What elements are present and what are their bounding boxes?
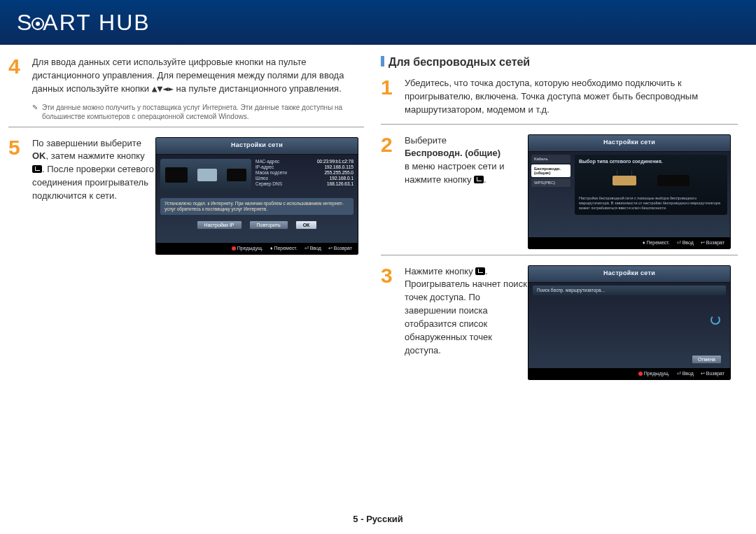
- tv1-status-message: Установлено подкл. к Интернету. При нали…: [160, 198, 354, 216]
- device-globe-icon: [227, 169, 246, 181]
- step-4-text: Для ввода данных сети используйте цифров…: [32, 56, 364, 96]
- left-column: 4 Для ввода данных сети используйте цифр…: [8, 56, 364, 380]
- tv-screenshot-network-status: Настройки сети МАС-адрес00:23:99:b1:c2:7…: [155, 137, 358, 255]
- note-icon: ✎: [32, 103, 38, 121]
- nav-return: Возврат: [706, 240, 724, 245]
- kv-key: IP-адрес: [255, 164, 274, 169]
- kv-val: 192.168.0.115: [324, 164, 354, 169]
- nav-enter: Ввод: [682, 240, 694, 245]
- enter-button-icon: [32, 165, 42, 173]
- tv1-nav-bar: Предыдущ. ♦ Перемест. ⏎ Ввод ↩ Возврат: [156, 243, 358, 254]
- tv1-button-row: Настройки IP Повторить ОК: [156, 220, 358, 230]
- step-5-text-c: . После проверки сетевого соединения про…: [32, 164, 154, 201]
- kv-key: Маска подсети: [255, 170, 287, 175]
- tv2-diagram: [579, 168, 723, 193]
- red-dot-icon: [638, 372, 643, 376]
- nav-return: Возврат: [706, 371, 724, 376]
- brand-header: SART HUB: [0, 0, 756, 45]
- step-5-text: По завершении выберите OK, затем нажмите…: [32, 137, 155, 248]
- step-5-text-b: , затем нажмите кнопку: [46, 150, 145, 161]
- note-row: ✎ Эти данные можно получить у поставщика…: [32, 103, 364, 121]
- divider: [381, 124, 738, 125]
- tv2-side-wps[interactable]: WPS(PBC): [531, 178, 570, 187]
- tv2-title: Настройки сети: [528, 135, 730, 148]
- tv3-search-label: Поиск беспр. маршрутизатора…: [533, 286, 726, 295]
- tv2-side-cable[interactable]: Кабель: [531, 155, 570, 163]
- tv1-network-values: МАС-адрес00:23:99:b1:c2:78 IP-адрес192.1…: [255, 159, 354, 191]
- device-player-icon: [165, 167, 188, 183]
- router-icon: [612, 176, 636, 185]
- kv-key: Сервер DNS: [255, 181, 282, 186]
- tv-btn-ok[interactable]: ОК: [295, 220, 318, 230]
- tv2-main-heading: Выбор типа сетевого соединения.: [579, 159, 723, 164]
- step-1-number: 1: [381, 77, 405, 117]
- nav-prev: Предыдущ.: [644, 371, 670, 376]
- tv2-nav-bar: ♦ Перемест. ⏎ Ввод ↩ Возврат: [528, 237, 730, 248]
- step-5-text-a: По завершении выберите: [32, 138, 141, 148]
- nav-move: Перемест.: [646, 240, 669, 245]
- step-4: 4 Для ввода данных сети используйте цифр…: [8, 56, 364, 96]
- tv-btn-ip-settings[interactable]: Настройки IP: [197, 220, 242, 230]
- step-2-text-a: Выберите: [405, 135, 447, 146]
- step-3-text: Нажмите кнопку . Проигрыватель начнет по…: [405, 265, 528, 373]
- heading-text: Для беспроводных сетей: [388, 56, 530, 68]
- tv2-side-wireless[interactable]: Беспроводн.(общие): [531, 164, 570, 177]
- tv3-title: Настройки сети: [528, 266, 730, 279]
- step-2: 2 Выберите Беспроводн. (общие) в меню на…: [381, 134, 528, 242]
- step-2-text-c: .: [484, 174, 486, 185]
- step-2-number: 2: [381, 134, 405, 242]
- step-5: 5 По завершении выберите OK, затем нажми…: [8, 137, 155, 248]
- tv2-sidebar: Кабель Беспроводн.(общие) WPS(PBC): [531, 155, 570, 215]
- tv1-title: Настройки сети: [156, 138, 358, 151]
- tv1-device-diagram: [160, 159, 251, 191]
- step-1: 1 Убедитесь, что точка доступа, которую …: [381, 77, 738, 117]
- arrow-icons: ▲▼◄►: [152, 83, 174, 94]
- tv3-cancel-button[interactable]: Отмена: [692, 355, 722, 364]
- page-footer: 5 - Русский: [0, 514, 756, 524]
- divider: [8, 127, 364, 127]
- tv-screenshot-connection-type: Настройки сети Кабель Беспроводн.(общие)…: [528, 134, 731, 249]
- kv-key: МАС-адрес: [255, 159, 279, 164]
- kv-val: 00:23:99:b1:c2:78: [317, 159, 354, 164]
- nav-enter: Ввод: [682, 371, 694, 376]
- wireless-section-heading: Для беспроводных сетей: [381, 56, 738, 69]
- step-3: 3 Нажмите кнопку . Проигрыватель начнет …: [381, 265, 528, 373]
- device-router-icon: [197, 169, 217, 181]
- kv-val: 255.255.255.0: [324, 170, 354, 175]
- step-4-number: 4: [8, 56, 32, 96]
- divider: [381, 255, 738, 255]
- step-5-number: 5: [8, 137, 32, 248]
- enter-button-icon: [475, 267, 485, 275]
- tv2-description: Настройка беспроводной сети с помощью вы…: [579, 196, 723, 211]
- step-2-text: Выберите Беспроводн. (общие) в меню наст…: [405, 134, 528, 242]
- note-text: Эти данные можно получить у поставщика у…: [42, 103, 364, 121]
- enter-button-icon: [474, 176, 484, 183]
- step-3-text-a: Нажмите кнопку: [405, 266, 475, 276]
- tv-screenshot-searching: Настройки сети Поиск беспр. маршрутизато…: [528, 265, 731, 380]
- nav-enter: Ввод: [310, 246, 321, 251]
- tv-btn-retry[interactable]: Повторить: [249, 220, 288, 230]
- nav-return: Возврат: [334, 246, 352, 251]
- red-dot-icon: [232, 246, 236, 251]
- kv-val: 192.168.0.1: [330, 176, 354, 181]
- step-3-text-b: . Проигрыватель начнет поиск точек досту…: [405, 266, 527, 356]
- step-4-text-b: на пульте дистанционного управления.: [174, 83, 342, 94]
- tv3-nav-bar: Предыдущ. ⏎ Ввод ↩ Возврат: [528, 368, 730, 379]
- heading-bar-icon: [381, 56, 384, 66]
- step-2-bold: Беспроводн. (общие): [405, 148, 500, 158]
- step-1-text: Убедитесь, что точка доступа, которую не…: [405, 77, 738, 117]
- kv-key: Шлюз: [255, 176, 268, 181]
- loading-spinner-icon: [710, 315, 720, 325]
- step-5-ok: OK: [32, 150, 46, 161]
- kv-val: 168.126.63.1: [327, 181, 354, 186]
- step-2-text-b: в меню настроек сети и нажмите кнопку: [405, 161, 504, 185]
- player-icon: [657, 175, 690, 186]
- right-column: Для беспроводных сетей 1 Убедитесь, что …: [381, 56, 738, 380]
- nav-move: Перемест.: [274, 246, 297, 251]
- nav-prev: Предыдущ.: [237, 246, 263, 251]
- step-3-number: 3: [381, 265, 405, 373]
